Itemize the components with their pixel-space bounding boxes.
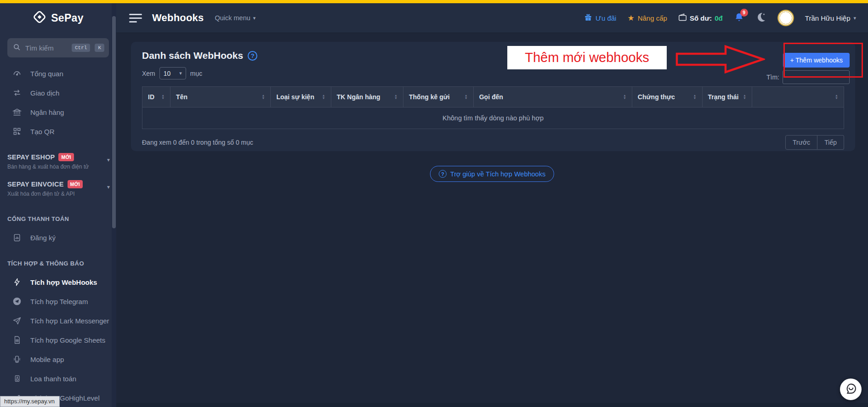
notifications-button[interactable]: 9 [734, 12, 744, 24]
col-chung-thuc[interactable]: Chứng thực▲▼ [632, 87, 702, 107]
sort-icon: ▲▼ [835, 94, 838, 100]
webhooks-help-button[interactable]: ? Trợ giúp về Tích hợp Webhooks [430, 166, 554, 182]
col-goi-den[interactable]: Gọi đến▲▼ [473, 87, 632, 107]
sidebar-item-google-sheets[interactable]: Tích hợp Google Sheets [0, 330, 116, 350]
balance-label: Số dư: [690, 14, 712, 22]
sidebar-item-tong-quan[interactable]: Tổng quan [0, 64, 116, 83]
lark-plane-icon [12, 316, 22, 326]
sidebar-item-label: Tích hợp WebHooks [30, 278, 97, 286]
table-search-input[interactable] [783, 70, 850, 84]
sort-icon: ▲▼ [623, 94, 626, 100]
sidebar: SePay Ctrl K Tổng quan Giao dịch Ngân hà… [0, 3, 116, 407]
footer-strip [116, 403, 868, 407]
sidebar-group-eshop[interactable]: SEPAY ESHOP MỚI Bán hàng & xuất hóa đơn … [0, 153, 116, 170]
empty-state-text: Không tìm thấy dòng nào phù hợp [142, 107, 844, 129]
page-size-prefix: Xem [142, 70, 155, 77]
chevron-down-icon: ▾ [253, 15, 256, 21]
sepay-logo-icon [33, 10, 46, 26]
sidebar-item-label: Mobile app [30, 356, 64, 363]
logo-text: SePay [51, 12, 84, 24]
sidebar-item-label: Đăng ký [30, 234, 56, 242]
mobile-icon [12, 354, 22, 364]
new-badge: MỚI [68, 180, 83, 188]
sidebar-scrollbar-thumb[interactable] [112, 16, 116, 228]
section-tich-hop: TÍCH HỢP & THÔNG BÁO [0, 260, 116, 267]
moon-icon [755, 11, 766, 24]
avatar[interactable] [777, 10, 794, 26]
dark-mode-toggle[interactable] [755, 11, 766, 24]
sidebar-group-einvoice[interactable]: SEPAY EINVOICE MỚI Xuất hóa đơn điện tử … [0, 180, 116, 197]
pagination-next-button[interactable]: Tiếp [817, 135, 844, 150]
sidebar-search[interactable]: Ctrl K [7, 38, 109, 57]
sidebar-item-loa-thanh-toan[interactable]: Loa thanh toán [0, 369, 116, 388]
webhooks-table: ID▲▼ Tên▲▼ Loại sự kiện▲▼ TK Ngân hàng▲▼… [142, 86, 844, 129]
sidebar-item-mobile-app[interactable]: Mobile app [0, 350, 116, 369]
col-thong-ke-gui[interactable]: Thống kê gửi▲▼ [403, 87, 474, 107]
search-input[interactable] [25, 44, 67, 52]
pagination-prev-button[interactable]: Trước [785, 135, 817, 150]
sidebar-item-tao-qr[interactable]: Tạo QR [0, 122, 116, 141]
col-trang-thai[interactable]: Trạng thái▲▼ [702, 87, 752, 107]
wallet-icon [678, 13, 687, 23]
sidebar-item-label: Tổng quan [30, 70, 63, 78]
page-size-select[interactable]: 10 ▾ [159, 67, 186, 79]
sidebar-item-dang-ky[interactable]: Đăng ký [0, 228, 116, 247]
sidebar-item-telegram[interactable]: Tích hợp Telegram [0, 292, 116, 311]
sidebar-item-label: Giao dịch [30, 89, 59, 97]
page-title: Webhooks [152, 12, 204, 24]
chevron-down-icon: ▾ [107, 184, 110, 190]
sidebar-item-lark[interactable]: Tích hợp Lark Messenger [0, 311, 116, 330]
chevron-down-icon: ▾ [853, 15, 856, 21]
quick-menu-button[interactable]: Quick menu ▾ [215, 14, 255, 22]
sidebar-item-webhooks[interactable]: Tích hợp WebHooks [0, 272, 116, 292]
find-label: Tìm: [766, 73, 779, 81]
annotation-arrow-icon [675, 45, 765, 76]
sort-icon: ▲▼ [693, 94, 697, 100]
search-icon [13, 43, 21, 53]
logo[interactable]: SePay [0, 3, 116, 33]
balance-value: 0đ [715, 14, 723, 22]
annotation-label: Thêm mới webhooks [507, 46, 667, 69]
sidebar-item-label: Ngân hàng [30, 108, 64, 116]
register-icon [12, 232, 22, 243]
chat-bubble-icon [845, 382, 857, 397]
col-tk-ngan-hang[interactable]: TK Ngân hàng▲▼ [331, 87, 403, 107]
gift-icon [584, 13, 592, 23]
webhook-bolt-icon [12, 277, 22, 287]
sidebar-item-label: Tích hợp Telegram [30, 298, 88, 305]
add-webhook-button[interactable]: + Thêm webhooks [783, 53, 850, 68]
col-actions[interactable]: ▲▼ [752, 87, 844, 107]
app-header: Webhooks Quick menu ▾ Ưu đãi ★ Nâng cấp … [116, 3, 868, 33]
notification-count-badge: 9 [740, 9, 748, 17]
upgrade-link[interactable]: ★ Nâng cấp [627, 13, 667, 23]
sidebar-item-ngan-hang[interactable]: Ngân hàng [0, 102, 116, 122]
hamburger-menu-icon[interactable] [129, 11, 142, 25]
balance[interactable]: Số dư: 0đ [678, 13, 723, 23]
star-icon: ★ [627, 13, 634, 23]
sidebar-item-giao-dich[interactable]: Giao dịch [0, 83, 116, 102]
page-size-suffix: mục [190, 70, 202, 77]
user-menu[interactable]: Trần Hữu Hiệp ▾ [805, 14, 856, 22]
col-id[interactable]: ID▲▼ [142, 87, 170, 107]
chat-widget-button[interactable] [840, 379, 862, 400]
chevron-down-icon: ▾ [107, 157, 110, 163]
help-circle-icon[interactable]: ? [248, 51, 257, 61]
section-cong-thanh-toan: CỔNG THANH TOÁN [0, 215, 116, 222]
promo-link[interactable]: Ưu đãi [584, 13, 616, 23]
bank-icon [12, 107, 22, 117]
kbd-k: K [95, 44, 104, 52]
sort-icon: ▲▼ [262, 94, 265, 100]
col-ten[interactable]: Tên▲▼ [170, 87, 271, 107]
sort-icon: ▲▼ [161, 94, 165, 100]
group-title: SEPAY ESHOP [7, 153, 55, 161]
help-circle-icon: ? [439, 170, 447, 178]
sort-icon: ▲▼ [743, 94, 746, 100]
group-subtitle: Xuất hóa đơn điện tử & API [7, 191, 109, 197]
status-url-tooltip: https://my.sepay.vn [0, 396, 60, 407]
sort-icon: ▲▼ [394, 94, 397, 100]
card-title: Danh sách WebHooks [142, 50, 243, 61]
group-subtitle: Bán hàng & xuất hóa đơn điện tử [7, 164, 109, 170]
main-area: Webhooks Quick menu ▾ Ưu đãi ★ Nâng cấp … [116, 3, 868, 407]
col-loai-su-kien[interactable]: Loại sự kiện▲▼ [271, 87, 331, 107]
sidebar-item-label: Loa thanh toán [30, 375, 76, 383]
